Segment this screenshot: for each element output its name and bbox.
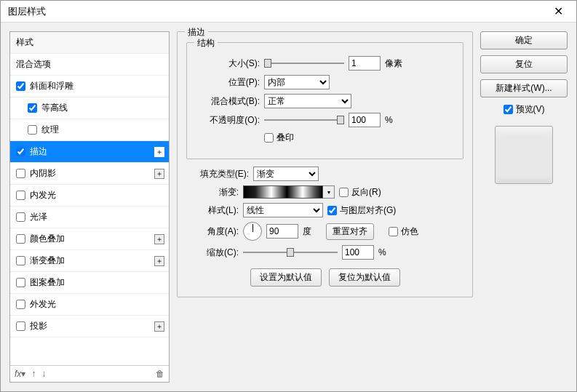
sidebar-item-color-overlay[interactable]: 颜色叠加 ＋ [10, 228, 169, 250]
add-color-overlay-icon[interactable]: ＋ [154, 234, 164, 244]
reset-default-button[interactable]: 复位为默认值 [329, 268, 400, 287]
angle-input[interactable] [266, 224, 298, 239]
reverse-checkbox-wrap[interactable]: 反向(R) [339, 186, 381, 199]
fx-menu-icon[interactable]: fx▾ [15, 369, 25, 379]
texture-checkbox[interactable] [28, 125, 37, 135]
pattern-overlay-checkbox[interactable] [16, 278, 25, 287]
size-input[interactable] [349, 56, 381, 71]
sidebar-item-inner-glow[interactable]: 内发光 [10, 185, 169, 207]
structure-title: 结构 [194, 37, 218, 49]
position-select[interactable]: 内部 [264, 75, 330, 89]
preview-checkbox-wrap[interactable]: 预览(V) [480, 103, 568, 116]
structure-group: 结构 大小(S): 像素 位置(P): 内部 混合模式(B): 正常 [186, 42, 463, 159]
overprint-checkbox-wrap[interactable]: 叠印 [264, 132, 294, 144]
reset-button[interactable]: 复位 [480, 55, 568, 73]
add-stroke-icon[interactable]: ＋ [154, 147, 164, 157]
inner-shadow-checkbox[interactable] [16, 169, 25, 178]
add-inner-shadow-icon[interactable]: ＋ [154, 169, 164, 179]
move-up-icon[interactable]: ↑ [31, 369, 36, 379]
gradient-dropdown-icon[interactable]: ▾ [323, 185, 335, 199]
move-down-icon[interactable]: ↓ [41, 369, 46, 379]
drop-shadow-checkbox[interactable] [16, 321, 25, 331]
opacity-unit: % [385, 115, 393, 125]
sidebar-item-texture[interactable]: 纹理 [10, 119, 169, 141]
size-label: 大小(S): [197, 57, 260, 70]
sidebar-item-gradient-overlay[interactable]: 渐变叠加 ＋ [10, 250, 169, 272]
sidebar-item-blend-options[interactable]: 混合选项 [10, 54, 169, 76]
add-drop-shadow-icon[interactable]: ＋ [154, 321, 164, 332]
overprint-checkbox[interactable] [264, 133, 274, 143]
contour-checkbox[interactable] [28, 103, 37, 113]
opacity-input[interactable] [349, 113, 381, 127]
right-panel: 确定 复位 新建样式(W)... 预览(V) [480, 31, 568, 383]
sidebar-item-contour[interactable]: 等高线 [10, 97, 169, 119]
angle-unit: 度 [303, 225, 311, 238]
size-unit: 像素 [385, 57, 402, 70]
scale-input[interactable] [342, 245, 374, 260]
sidebar-item-pattern-overlay[interactable]: 图案叠加 [10, 272, 169, 294]
dither-checkbox[interactable] [389, 227, 398, 236]
preview-swatch [495, 126, 553, 184]
dialog-title: 图层样式 [8, 5, 46, 18]
sidebar-item-stroke[interactable]: 描边 ＋ [10, 141, 169, 163]
fill-type-label: 填充类型(E): [186, 168, 249, 180]
angle-label: 角度(A): [186, 225, 239, 238]
sidebar-item-bevel[interactable]: 斜面和浮雕 [10, 76, 169, 97]
titlebar: 图层样式 ✕ [1, 1, 576, 23]
angle-dial[interactable] [243, 222, 262, 241]
satin-checkbox[interactable] [16, 212, 25, 222]
close-icon[interactable]: ✕ [548, 3, 569, 20]
gradient-label: 渐变: [186, 186, 239, 199]
preview-checkbox[interactable] [504, 105, 513, 114]
sidebar-item-inner-shadow[interactable]: 内阴影 ＋ [10, 163, 169, 185]
ok-button[interactable]: 确定 [480, 31, 568, 49]
align-with-layer-wrap[interactable]: 与图层对齐(G) [327, 204, 396, 217]
sidebar-footer: fx▾ ↑ ↓ 🗑 [10, 365, 169, 382]
dither-checkbox-wrap[interactable]: 仿色 [389, 225, 418, 238]
new-style-button[interactable]: 新建样式(W)... [480, 79, 568, 97]
inner-glow-checkbox[interactable] [16, 191, 25, 200]
reset-alignment-button[interactable]: 重置对齐 [326, 223, 374, 240]
gradient-style-select[interactable]: 线性 [243, 203, 323, 217]
sidebar-header-styles[interactable]: 样式 [10, 32, 169, 54]
scale-slider[interactable] [243, 247, 338, 257]
gradient-swatch[interactable] [243, 185, 323, 199]
fill-type-select[interactable]: 渐变 [253, 167, 319, 181]
blend-mode-label: 混合模式(B): [197, 95, 260, 108]
trash-icon[interactable]: 🗑 [156, 369, 164, 379]
scale-unit: % [378, 247, 386, 257]
blend-mode-select[interactable]: 正常 [264, 94, 351, 108]
opacity-slider[interactable] [264, 115, 344, 125]
styles-sidebar: 样式 混合选项 斜面和浮雕 等高线 纹理 描边 ＋ [9, 31, 170, 383]
sidebar-item-drop-shadow[interactable]: 投影 ＋ [10, 316, 169, 337]
sidebar-item-outer-glow[interactable]: 外发光 [10, 294, 169, 316]
bevel-checkbox[interactable] [16, 81, 25, 91]
add-gradient-overlay-icon[interactable]: ＋ [154, 256, 164, 266]
outer-glow-checkbox[interactable] [16, 300, 25, 309]
scale-label: 缩放(C): [186, 247, 239, 259]
set-default-button[interactable]: 设置为默认值 [250, 268, 322, 287]
size-slider[interactable] [264, 58, 344, 68]
gradient-style-label: 样式(L): [186, 204, 239, 217]
align-with-layer-checkbox[interactable] [327, 206, 337, 215]
sidebar-item-satin[interactable]: 光泽 [10, 207, 169, 228]
gradient-overlay-checkbox[interactable] [16, 256, 25, 265]
reverse-checkbox[interactable] [339, 188, 349, 197]
position-label: 位置(P): [197, 76, 260, 89]
stroke-checkbox[interactable] [16, 147, 25, 156]
stroke-panel: 描边 结构 大小(S): 像素 位置(P): 内部 混合模式(B): [177, 31, 473, 297]
color-overlay-checkbox[interactable] [16, 234, 25, 244]
opacity-label: 不透明度(O): [197, 114, 260, 127]
